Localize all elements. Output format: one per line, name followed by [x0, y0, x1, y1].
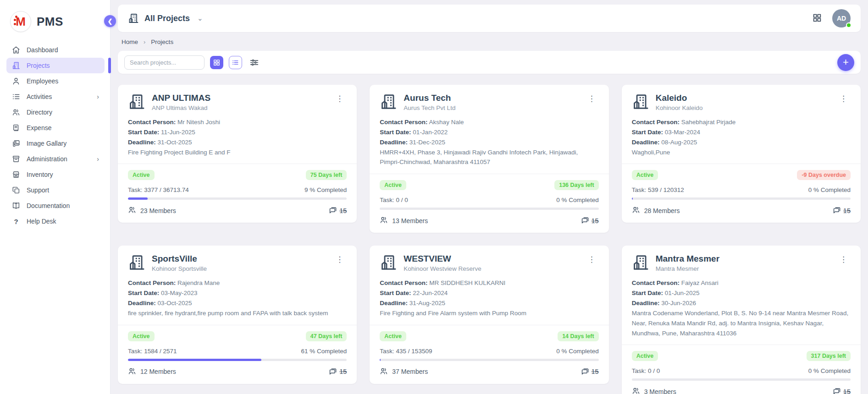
- chat-button[interactable]: 15: [581, 367, 599, 376]
- deadline-line: Deadline: 08-Aug-2025: [632, 137, 851, 148]
- progress-bar: [632, 197, 851, 200]
- project-card: Mantra Mesmer Mantra Mesmer ⋮ Contact Pe…: [622, 246, 861, 394]
- contact-line: Contact Person: Sahebhajrat Pirjade: [632, 117, 851, 127]
- filter-button[interactable]: [248, 56, 261, 69]
- chat-button[interactable]: 15: [581, 216, 599, 225]
- sidebar-item-dashboard[interactable]: Dashboard: [6, 42, 105, 58]
- days-badge: 47 Days left: [306, 331, 347, 341]
- breadcrumb: Home › Projects: [118, 32, 861, 51]
- card-menu-button[interactable]: ⋮: [837, 93, 851, 104]
- sidebar-item-inventory[interactable]: Inventory: [6, 167, 105, 182]
- contact-label: Contact Person:: [128, 279, 176, 286]
- completed-percent: 0 % Completed: [556, 348, 598, 355]
- projects-grid: ANP ULTIMAS ANP Ultimas Wakad ⋮ Contact …: [118, 85, 861, 394]
- task-row: Task: 435 / 153509 0 % Completed: [380, 348, 598, 355]
- breadcrumb-home[interactable]: Home: [122, 38, 138, 45]
- sidebar-item-projects[interactable]: Projects: [6, 58, 105, 73]
- sidebar-item-support[interactable]: Support: [6, 182, 105, 198]
- sidebar-item-help-desk[interactable]: ? Help Desk: [6, 213, 105, 229]
- deadline-value: 31-Oct-2025: [158, 139, 192, 146]
- add-project-button[interactable]: +: [837, 54, 854, 71]
- apps-grid-button[interactable]: [812, 13, 822, 24]
- project-title[interactable]: WESTVIEW: [404, 254, 578, 264]
- card-header: Mantra Mesmer Mantra Mesmer ⋮: [632, 254, 851, 273]
- project-subtitle: Kohinoor Sportsville: [152, 265, 326, 272]
- divider: [370, 174, 608, 174]
- deadline-label: Deadline:: [128, 300, 156, 306]
- start-label: Start Date:: [128, 290, 159, 296]
- completed-percent: 0 % Completed: [808, 367, 851, 374]
- divider: [622, 164, 861, 164]
- project-description: Fire Fighting Project Building E and F: [128, 148, 347, 158]
- building-icon: [128, 13, 139, 24]
- contact-value: Sahebhajrat Pirjade: [681, 119, 736, 126]
- building-icon: [632, 254, 649, 273]
- sidebar-item-image-gallery[interactable]: Image Gallary: [6, 136, 105, 151]
- avatar-initials: AD: [837, 15, 846, 22]
- all-projects-dropdown[interactable]: All Projects ⌄: [128, 13, 203, 24]
- project-card: ANP ULTIMAS ANP Ultimas Wakad ⋮ Contact …: [118, 85, 357, 223]
- deadline-value: 30-Jun-2026: [661, 300, 696, 306]
- contact-line: Contact Person: Mr Nitesh Joshi: [128, 117, 347, 127]
- members-icon: [380, 216, 388, 225]
- building-icon: [128, 93, 145, 112]
- list-view-button[interactable]: [229, 56, 242, 69]
- sidebar-item-label: Activities: [27, 93, 52, 100]
- project-title[interactable]: Kaleido: [656, 93, 830, 103]
- progress-bar: [380, 208, 598, 210]
- list-view-icon: [232, 59, 239, 66]
- grid-view-button[interactable]: [210, 56, 223, 69]
- project-card: Kaleido Kohinoor Kaleido ⋮ Contact Perso…: [622, 85, 861, 223]
- card-menu-button[interactable]: ⋮: [333, 93, 347, 104]
- project-description: Mantra Codename Wonderland, Plot B, S. N…: [632, 308, 851, 339]
- completed-percent: 0 % Completed: [556, 197, 598, 203]
- building-icon: [380, 254, 397, 273]
- sidebar-item-directory[interactable]: Directory: [6, 104, 105, 120]
- project-title[interactable]: Mantra Mesmer: [656, 254, 830, 264]
- status-badge: Active: [380, 180, 406, 190]
- progress-fill: [128, 359, 261, 361]
- card-menu-button[interactable]: ⋮: [333, 254, 347, 265]
- sidebar-collapse-button[interactable]: ❮: [104, 15, 116, 27]
- days-badge: 75 Days left: [306, 170, 347, 180]
- completed-percent: 0 % Completed: [808, 186, 851, 193]
- image-icon: [12, 139, 20, 148]
- status-badge: Active: [632, 170, 658, 180]
- start-value: 22-Jun-2024: [413, 290, 448, 296]
- avatar[interactable]: AD: [832, 9, 851, 27]
- start-value: 01-Jan-2022: [413, 129, 448, 136]
- chat-button[interactable]: 15: [328, 206, 347, 215]
- sidebar-item-label: Administration: [27, 155, 67, 163]
- deadline-label: Deadline:: [632, 300, 660, 306]
- project-title[interactable]: Aurus Tech: [404, 93, 578, 103]
- start-line: Start Date: 01-Jun-2025: [632, 288, 851, 298]
- chat-icon: [832, 387, 841, 394]
- start-label: Start Date:: [632, 129, 663, 136]
- project-title[interactable]: ANP ULTIMAS: [152, 93, 326, 103]
- deadline-value: 31-Aug-2025: [409, 300, 445, 306]
- sidebar-item-employees[interactable]: Employees: [6, 73, 105, 89]
- days-badge: 14 Days left: [558, 331, 598, 341]
- main-content: All Projects ⌄ AD Home › Projects +: [111, 0, 868, 394]
- sidebar-item-expense[interactable]: Expense: [6, 120, 105, 136]
- days-badge: -9 Days overdue: [797, 170, 851, 180]
- sidebar-item-activities[interactable]: Activities ›: [6, 89, 105, 104]
- card-menu-button[interactable]: ⋮: [837, 254, 851, 265]
- badge-row: Active 136 Days left: [380, 180, 598, 190]
- members-icon: [128, 206, 136, 215]
- card-menu-button[interactable]: ⋮: [585, 254, 599, 265]
- divider: [370, 325, 608, 325]
- chat-button[interactable]: 15: [832, 206, 851, 215]
- project-meta: Contact Person: Sahebhajrat Pirjade Star…: [632, 117, 851, 157]
- chat-button[interactable]: 15: [832, 387, 851, 394]
- sidebar-item-administration[interactable]: Administration ›: [6, 151, 105, 167]
- progress-fill: [632, 197, 633, 200]
- card-titles: Mantra Mesmer Mantra Mesmer: [656, 254, 830, 272]
- card-menu-button[interactable]: ⋮: [585, 93, 599, 104]
- chat-button[interactable]: 15: [328, 367, 347, 376]
- project-title[interactable]: SportsVille: [152, 254, 326, 264]
- sidebar-item-documentation[interactable]: Documentation: [6, 198, 105, 213]
- members-count: 37 Members: [392, 368, 428, 375]
- search-input[interactable]: [124, 55, 205, 70]
- project-meta: Contact Person: Mr Nitesh Joshi Start Da…: [128, 117, 347, 157]
